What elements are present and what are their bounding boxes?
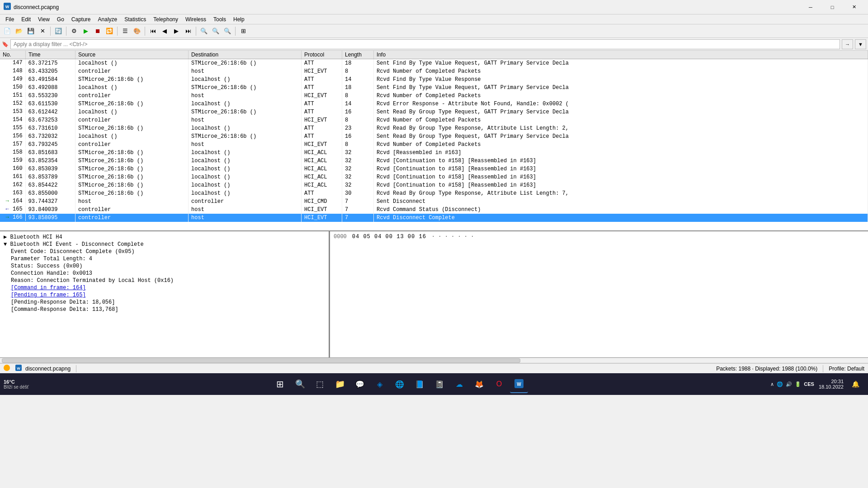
table-row[interactable]: 150 63.492088 localhost () STMicroe_26:1… (0, 84, 868, 92)
menu-item-help[interactable]: Help (230, 15, 248, 23)
menu-item-file[interactable]: File (2, 15, 18, 23)
zoom-normal-button[interactable]: 🔍 (222, 26, 233, 37)
cell-source: localhost () (75, 59, 189, 67)
taskbar-teams[interactable]: 💬 (351, 375, 369, 393)
tree-item[interactable]: [Pending in frame: 165] (2, 291, 327, 299)
menu-item-view[interactable]: View (34, 15, 53, 23)
cell-destination: localhost () (189, 181, 302, 189)
restart-capture-button[interactable]: 🔁 (104, 26, 115, 37)
table-row[interactable]: 147 63.372175 localhost () STMicroe_26:1… (0, 59, 868, 67)
stop-capture-button[interactable]: ⏹ (92, 26, 103, 37)
resize-columns-button[interactable]: ⊞ (238, 26, 249, 37)
table-row[interactable]: 151 63.553230 controller host HCI_EVT 8 … (0, 92, 868, 100)
taskbar-azure[interactable]: ☁ (450, 375, 468, 393)
cell-info: Rcvd [Continuation to #158] [Reassembled… (374, 173, 868, 181)
filter-input[interactable] (10, 39, 840, 49)
tree-root-2[interactable]: ▼ Bluetooth HCI Event - Disconnect Compl… (2, 241, 327, 248)
start-capture-button[interactable]: ▶ (80, 26, 91, 37)
taskbar-onenote[interactable]: 📓 (430, 375, 448, 393)
notification-button[interactable]: 🔔 (846, 375, 864, 393)
tree-item[interactable]: [Command in frame: 164] (2, 284, 327, 291)
cell-protocol: HCI_EVT (302, 141, 342, 149)
menu-item-edit[interactable]: Edit (18, 15, 34, 23)
filter-dropdown-button[interactable]: ▼ (855, 39, 866, 49)
status-sep-2 (823, 365, 823, 372)
task-view-button[interactable]: ⬚ (311, 375, 329, 393)
zoom-in-button[interactable]: 🔍 (198, 26, 209, 37)
minimize-button[interactable]: ─ (800, 0, 821, 14)
cell-source: controller (75, 141, 189, 149)
prev-packet-button[interactable]: ◀ (159, 26, 170, 37)
next-packet-button[interactable]: ▶ (171, 26, 182, 37)
filterbar: 🔖 → ▼ (0, 38, 868, 51)
table-row[interactable]: ← 165 93.840039 controller host HCI_EVT … (0, 206, 868, 214)
new-button[interactable]: 📄 (2, 26, 13, 37)
hex-bytes: 04 05 04 00 13 00 16 (352, 234, 426, 240)
tray-battery[interactable]: 🔋 (795, 381, 801, 387)
table-row[interactable]: 157 63.793245 controller host HCI_EVT 8 … (0, 141, 868, 149)
svg-text:W: W (17, 366, 20, 371)
tray-network[interactable]: 🌐 (777, 381, 783, 387)
table-row[interactable]: 162 63.854422 STMicroe_26:18:6b () local… (0, 181, 868, 189)
menu-item-go[interactable]: Go (53, 15, 68, 23)
table-row[interactable]: 158 63.851683 STMicroe_26:18:6b () local… (0, 149, 868, 157)
taskbar-outlook[interactable]: 📘 (410, 375, 429, 393)
search-taskbar-button[interactable]: 🔍 (291, 375, 309, 393)
tree-item: Reason: Connection Terminated by Local H… (2, 277, 327, 284)
taskbar-file-explorer[interactable]: 📁 (331, 375, 349, 393)
close-button[interactable]: ✕ (844, 0, 864, 14)
table-row[interactable]: 163 63.855000 STMicroe_26:18:6b () local… (0, 189, 868, 197)
table-row[interactable]: → 164 93.744327 host controller HCI_CMD … (0, 197, 868, 206)
last-packet-button[interactable]: ⏭ (183, 26, 193, 37)
save-button[interactable]: 💾 (25, 26, 36, 37)
colorize-button[interactable]: 🎨 (132, 26, 142, 37)
table-row[interactable]: 153 63.612442 localhost () STMicroe_26:1… (0, 108, 868, 116)
table-row[interactable]: 152 63.611530 STMicroe_26:18:6b () local… (0, 100, 868, 108)
table-row[interactable]: 155 63.731610 STMicroe_26:18:6b () local… (0, 124, 868, 132)
cell-destination: host (189, 206, 302, 214)
tree-root-1[interactable]: ▶ Bluetooth HCI H4 (2, 233, 327, 241)
menu-item-telephony[interactable]: Telephony (150, 15, 182, 23)
open-button[interactable]: 📂 (14, 26, 24, 37)
tray-volume[interactable]: 🔊 (786, 381, 792, 387)
preferences-button[interactable]: ☰ (120, 26, 131, 37)
table-row[interactable]: → 166 93.858095 controller host HCI_EVT … (0, 214, 868, 222)
reload-button[interactable]: 🔄 (53, 26, 64, 37)
cell-length: 16 (342, 132, 374, 141)
cell-destination: localhost () (189, 124, 302, 132)
filter-apply-button[interactable]: → (842, 39, 853, 49)
detail-tree[interactable]: ▶ Bluetooth HCI H4 ▼ Bluetooth HCI Event… (0, 231, 330, 357)
taskbar-wireshark[interactable]: W (510, 375, 528, 393)
maximize-button[interactable]: □ (822, 0, 843, 14)
table-row[interactable]: 154 63.673253 controller host HCI_EVT 8 … (0, 116, 868, 124)
cell-protocol: ATT (302, 124, 342, 132)
close-file-button[interactable]: ✕ (37, 26, 48, 37)
menu-item-wireless[interactable]: Wireless (182, 15, 210, 23)
filter-bookmark-icon[interactable]: 🔖 (2, 41, 9, 47)
start-button[interactable]: ⊞ (271, 375, 289, 393)
menu-item-statistics[interactable]: Statistics (121, 15, 150, 23)
table-row[interactable]: 149 63.491584 STMicroe_26:18:6b () local… (0, 75, 868, 84)
clock[interactable]: 20:31 18.10.2022 (819, 379, 844, 389)
taskbar-chrome[interactable]: 🌐 (391, 375, 409, 393)
table-row[interactable]: 160 63.853039 STMicroe_26:18:6b () local… (0, 165, 868, 173)
cell-destination: STMicroe_26:18:6b () (189, 108, 302, 116)
table-row[interactable]: 161 63.853789 STMicroe_26:18:6b () local… (0, 173, 868, 181)
hex-ascii: · · · · · · · (432, 234, 474, 240)
menu-item-capture[interactable]: Capture (68, 15, 94, 23)
capture-options-button[interactable]: ⚙ (69, 26, 80, 37)
tray-up-arrow[interactable]: ∧ (770, 381, 774, 387)
menu-item-analyze[interactable]: Analyze (94, 15, 121, 23)
zoom-out-button[interactable]: 🔍 (210, 26, 221, 37)
cell-time: 63.611530 (26, 100, 75, 108)
cell-info: Rcvd Read By Group Type Response, Attrib… (374, 124, 868, 132)
table-row[interactable]: 148 63.433205 controller host HCI_EVT 8 … (0, 67, 868, 75)
table-row[interactable]: 156 63.732032 localhost () STMicroe_26:1… (0, 132, 868, 141)
taskbar-git[interactable]: 🦊 (470, 375, 488, 393)
packet-list[interactable]: No. Time Source Destination Protocol Len… (0, 51, 868, 231)
menu-item-tools[interactable]: Tools (210, 15, 230, 23)
table-row[interactable]: 159 63.852354 STMicroe_26:18:6b () local… (0, 157, 868, 165)
taskbar-vscode[interactable]: ◈ (371, 375, 389, 393)
taskbar-opera[interactable]: O (490, 375, 508, 393)
first-packet-button[interactable]: ⏮ (147, 26, 158, 37)
